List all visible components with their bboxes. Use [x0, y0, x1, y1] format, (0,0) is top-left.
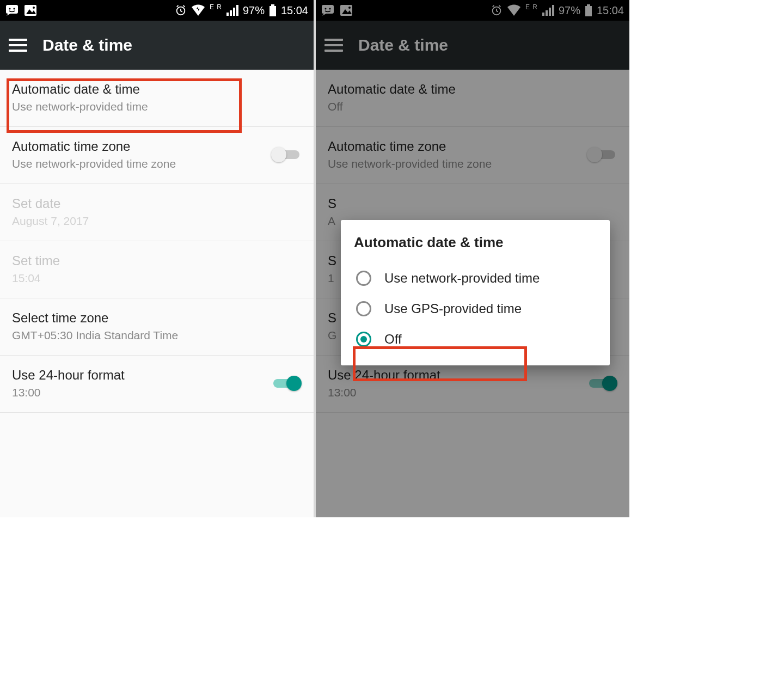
row-auto-time-zone[interactable]: Automatic time zone Use network-provided… [0, 127, 314, 184]
svg-rect-9 [233, 8, 235, 16]
svg-rect-10 [236, 5, 238, 16]
settings-list: Automatic date & time Use network-provid… [0, 70, 314, 413]
row-subtitle: 13:00 [12, 386, 271, 399]
row-title: Automatic time zone [12, 139, 271, 154]
option-label: Use GPS-provided time [384, 301, 522, 316]
dialog-title: Automatic date & time [354, 234, 597, 251]
row-set-time: Set time 15:04 [0, 241, 314, 298]
row-subtitle: August 7, 2017 [12, 215, 302, 228]
radio-icon [356, 271, 371, 286]
menu-icon[interactable] [9, 39, 27, 52]
page-title: Date & time [42, 36, 132, 54]
row-title: Select time zone [12, 310, 302, 326]
svg-rect-12 [270, 6, 276, 16]
row-subtitle: Use network-provided time zone [12, 157, 271, 170]
phone-left: E R 97% 15:04 Date & time Automatic date… [0, 0, 314, 517]
option-label: Off [384, 332, 402, 347]
toggle-auto-time-zone[interactable] [271, 147, 302, 162]
row-subtitle: GMT+05:30 India Standard Time [12, 329, 302, 342]
row-title: Set date [12, 196, 302, 211]
row-select-time-zone[interactable]: Select time zone GMT+05:30 India Standar… [0, 298, 314, 356]
svg-rect-11 [271, 4, 274, 6]
row-24h-format[interactable]: Use 24-hour format 13:00 [0, 356, 314, 413]
row-title: Set time [12, 253, 302, 268]
row-subtitle: 15:04 [12, 272, 302, 285]
row-title: Automatic date & time [12, 82, 302, 97]
dialog-auto-date-time: Automatic date & time Use network-provid… [341, 220, 610, 365]
svg-point-2 [13, 8, 15, 9]
battery-icon [269, 4, 277, 16]
option-label: Use network-provided time [384, 271, 540, 286]
signal-icon [226, 5, 238, 16]
battery-percent: 97% [243, 4, 265, 17]
app-bar: Date & time [0, 21, 314, 70]
row-auto-date-time[interactable]: Automatic date & time Use network-provid… [0, 70, 314, 127]
row-set-date: Set date August 7, 2017 [0, 184, 314, 241]
status-bar: E R 97% 15:04 [0, 0, 314, 21]
radio-icon [356, 332, 371, 347]
photo-icon [24, 4, 37, 16]
row-title: Use 24-hour format [12, 368, 271, 383]
svg-rect-0 [6, 5, 18, 14]
messaging-icon [5, 4, 19, 16]
toggle-24h-format[interactable] [271, 376, 302, 391]
row-subtitle: Use network-provided time [12, 100, 302, 113]
radio-icon [356, 301, 371, 316]
network-er-label: E R [210, 3, 222, 11]
wifi-icon [191, 4, 205, 16]
svg-point-5 [33, 7, 35, 9]
option-off[interactable]: Off [354, 324, 597, 354]
clock-label: 15:04 [281, 4, 308, 17]
option-network-time[interactable]: Use network-provided time [354, 263, 597, 294]
phone-right: E R 97% 15:04 Date & time Automatic date… [316, 0, 629, 517]
svg-rect-7 [226, 13, 229, 16]
alarm-icon [175, 4, 187, 16]
svg-point-1 [9, 8, 10, 9]
option-gps-time[interactable]: Use GPS-provided time [354, 294, 597, 324]
svg-rect-8 [230, 10, 232, 16]
